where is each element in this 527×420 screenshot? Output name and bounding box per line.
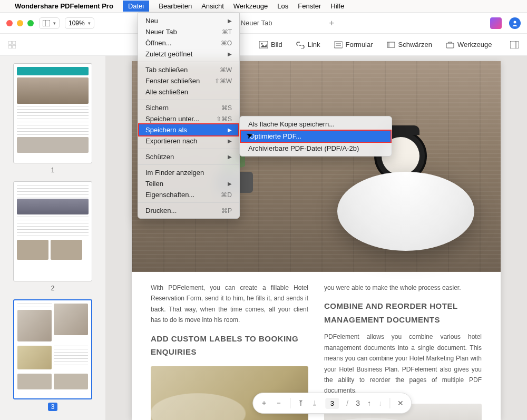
menu-drucken[interactable]: Drucken...⌘P — [138, 205, 239, 216]
tool-schwaerzen[interactable]: Schwärzen — [387, 41, 432, 48]
page-total: 3 — [356, 399, 360, 407]
menu-alle-schliessen[interactable]: Alle schließen — [138, 86, 239, 97]
menu-fenster[interactable]: Fenster — [298, 2, 321, 10]
zoom-in-button[interactable]: ＋ — [260, 398, 268, 408]
submenu-archivierbare[interactable]: Archivierbare PDF-Datei (PDF/A-2b) — [240, 143, 392, 154]
thumb-page-2 — [13, 181, 92, 281]
menu-eigenschaften[interactable]: Eigenschaften...⌘D — [138, 189, 239, 200]
col2-p1: you were able to make the whole process … — [324, 282, 482, 293]
redact-icon — [387, 41, 395, 48]
menu-bearbeiten[interactable]: Bearbeiten — [159, 2, 192, 10]
thumb-num-1: 1 — [51, 167, 55, 174]
panel-right-button[interactable] — [510, 41, 519, 48]
next-page-button[interactable]: ↓ — [378, 399, 382, 407]
col2-heading: COMBINE AND REORDER HOTEL MANAGEMENT DOC… — [324, 299, 482, 326]
toolbox-icon — [446, 41, 454, 48]
tool-formular[interactable]: Formular — [334, 41, 373, 48]
titlebar: ▾ 109% ▾ Neuer Tab + — [0, 13, 527, 34]
col1-heading: ADD CUSTOM LABELS TO BOOKING ENQUIRIES — [151, 332, 308, 359]
image-icon — [259, 41, 268, 48]
thumb-2[interactable]: 2 — [13, 181, 92, 292]
svg-rect-0 — [43, 20, 50, 26]
tool-link[interactable]: Link — [296, 41, 320, 48]
user-avatar[interactable] — [509, 17, 521, 29]
minimize-window-icon[interactable] — [17, 20, 23, 26]
speichern-als-submenu: Als flache Kopie speichern... Optimierte… — [239, 116, 392, 157]
page-navigator: ＋ － ⤒ ⤓ / 3 ↑ ↓ ✕ — [252, 393, 412, 414]
last-page-button[interactable]: ⤓ — [311, 399, 318, 407]
toolbar: Bild Link Formular Schwärzen Werkzeuge — [0, 34, 527, 56]
menu-neu[interactable]: Neu▶ — [138, 15, 239, 26]
submenu-optimierte-pdf[interactable]: Optimierte PDF... — [240, 130, 392, 143]
svg-rect-9 — [334, 42, 343, 48]
panel-icon — [43, 20, 50, 26]
tool-werkzeuge[interactable]: Werkzeuge — [446, 41, 492, 48]
menu-ansicht[interactable]: Ansicht — [201, 2, 224, 10]
tab-neuer-tab[interactable]: Neuer Tab — [237, 19, 277, 27]
svg-rect-15 — [510, 41, 519, 48]
file-menu-dropdown: Neu▶ Neuer Tab⌘T Öffnen...⌘O Zuletzt geö… — [138, 13, 240, 219]
menu-oeffnen[interactable]: Öffnen...⌘O — [138, 37, 239, 48]
zoom-selector[interactable]: 109% ▾ — [65, 17, 94, 29]
window-controls — [6, 20, 34, 26]
link-icon — [296, 41, 305, 48]
menu-schuetzen[interactable]: Schützen▶ — [138, 151, 239, 162]
col2-p2: PDFelement allows you combine various ho… — [324, 331, 482, 396]
svg-point-2 — [514, 21, 516, 23]
zoom-out-button[interactable]: － — [275, 398, 282, 408]
chevron-down-icon: ▾ — [53, 21, 56, 26]
thumb-1[interactable]: 1 — [13, 63, 92, 174]
add-tab-button[interactable]: + — [329, 18, 334, 28]
thumb-num-2: 2 — [51, 285, 55, 292]
menu-los[interactable]: Los — [277, 2, 288, 10]
svg-rect-5 — [8, 45, 12, 48]
chevron-down-icon: ▾ — [88, 21, 91, 26]
prev-page-button[interactable]: ↑ — [367, 399, 371, 407]
page-sep: / — [346, 399, 348, 407]
app-name: Wondershare PDFelement Pro — [15, 2, 113, 10]
menu-datei[interactable]: Datei — [123, 1, 149, 12]
tool-bild[interactable]: Bild — [259, 41, 282, 48]
svg-point-8 — [261, 43, 263, 44]
menu-tab-schliessen[interactable]: Tab schließen⌘W — [138, 64, 239, 75]
zoom-value: 109% — [69, 19, 85, 27]
menu-exportieren[interactable]: Exportieren nach▶ — [138, 135, 239, 146]
close-nav-button[interactable]: ✕ — [397, 399, 404, 407]
person-icon — [512, 20, 518, 26]
menu-speichern-unter[interactable]: Speichern unter...⇧⌘S — [138, 113, 239, 124]
svg-rect-4 — [13, 41, 16, 44]
menu-sichern[interactable]: Sichern⌘S — [138, 102, 239, 113]
sidebar-toggle[interactable]: ▾ — [39, 17, 60, 29]
svg-rect-12 — [387, 42, 395, 47]
page-input[interactable] — [325, 398, 339, 409]
grid-icon — [8, 41, 16, 48]
thumb-3[interactable]: 3 — [13, 299, 92, 411]
svg-rect-14 — [446, 43, 454, 48]
tab-strip: Neuer Tab + — [237, 18, 485, 28]
submenu-flache-kopie[interactable]: Als flache Kopie speichern... — [240, 119, 392, 130]
thumb-page-3 — [13, 299, 92, 399]
thumb-page-1 — [13, 63, 92, 163]
menu-zuletzt[interactable]: Zuletzt geöffnet▶ — [138, 48, 239, 60]
mac-menubar: Wondershare PDFelement Pro Datei Bearbei… — [0, 0, 527, 13]
app-icon[interactable] — [490, 17, 502, 29]
col1-p1: With PDFelement, you can create a fillab… — [151, 282, 308, 326]
tab-label: Neuer Tab — [241, 19, 272, 27]
panel-right-icon — [510, 41, 519, 48]
thumb-num-3: 3 — [48, 403, 58, 411]
thumbnail-sidebar: 1 2 3 — [0, 56, 105, 420]
grid-view-button[interactable] — [8, 41, 114, 48]
maximize-window-icon[interactable] — [27, 20, 34, 26]
svg-rect-6 — [13, 45, 16, 48]
form-icon — [334, 41, 343, 48]
first-page-button[interactable]: ⤒ — [298, 399, 304, 407]
close-window-icon[interactable] — [6, 20, 13, 26]
menu-werkzeuge[interactable]: Werkzeuge — [233, 2, 268, 10]
menu-neuer-tab[interactable]: Neuer Tab⌘T — [138, 26, 239, 37]
menu-speichern-als[interactable]: Speichern als▶ — [138, 123, 239, 136]
svg-rect-3 — [8, 41, 12, 44]
menu-finder[interactable]: Im Finder anzeigen — [138, 167, 239, 178]
menu-teilen[interactable]: Teilen▶ — [138, 178, 239, 189]
menu-hilfe[interactable]: Hilfe — [330, 2, 344, 10]
menu-fenster-schliessen[interactable]: Fenster schließen⇧⌘W — [138, 75, 239, 86]
